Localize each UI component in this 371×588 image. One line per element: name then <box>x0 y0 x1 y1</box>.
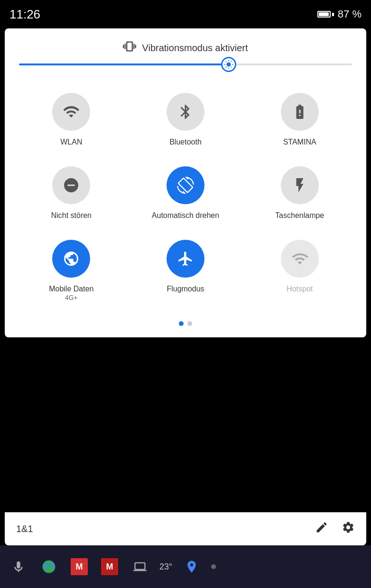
auto-drehen-label: Automatisch drehen <box>152 211 219 221</box>
maps-icon[interactable] <box>181 556 203 578</box>
battery-percentage: 87 % <box>338 8 362 20</box>
gmail-icon-2[interactable]: M <box>99 556 121 578</box>
tile-taschenlampe[interactable]: Taschenlampe <box>242 155 357 228</box>
nicht-stoeren-label: Nicht stören <box>51 211 92 221</box>
stamina-circle <box>281 93 319 131</box>
quick-settings-panel: Vibrationsmodus aktiviert WLAN <box>5 28 366 337</box>
hotspot-label: Hotspot <box>287 284 313 294</box>
status-right: 87 % <box>317 8 362 20</box>
page-dot-2[interactable] <box>187 321 192 326</box>
vibration-label: Vibrationsmodus aktiviert <box>142 43 248 54</box>
tile-wlan[interactable]: WLAN <box>14 81 129 155</box>
vibration-icon <box>123 40 136 56</box>
status-bar: 11:26 87 % <box>0 0 371 28</box>
assistant-icon[interactable] <box>8 556 29 578</box>
taschenlampe-circle <box>281 166 319 204</box>
wlan-circle <box>52 93 90 131</box>
stamina-label: STAMINA <box>283 137 316 147</box>
tile-bluetooth[interactable]: Bluetooth <box>129 81 243 155</box>
tile-flugmodus[interactable]: Flugmodus <box>129 228 243 309</box>
flugmodus-label: Flugmodus <box>167 284 204 294</box>
wlan-label: WLAN <box>60 137 82 147</box>
hotspot-circle <box>281 240 319 278</box>
tile-auto-drehen[interactable]: Automatisch drehen <box>129 155 243 228</box>
mobile-daten-circle <box>52 240 90 278</box>
tile-nicht-stoeren[interactable]: Nicht stören <box>14 155 129 228</box>
bluetooth-circle <box>167 93 204 131</box>
taskbar-dot <box>211 564 216 569</box>
bottom-icons <box>315 521 355 537</box>
photos-icon[interactable] <box>38 556 60 578</box>
auto-drehen-circle <box>167 166 204 204</box>
laptop-icon[interactable] <box>129 556 151 578</box>
status-time: 11:26 <box>9 7 40 22</box>
tile-mobile-daten[interactable]: Mobile Daten 4G+ <box>14 228 129 309</box>
mobile-daten-label: Mobile Daten <box>49 284 93 294</box>
tile-stamina[interactable]: STAMINA <box>242 81 357 155</box>
page-dot-1[interactable] <box>179 321 184 326</box>
bluetooth-label: Bluetooth <box>169 137 202 147</box>
gmail-icon-1[interactable]: M <box>68 556 90 578</box>
carrier-label: 1&1 <box>16 524 33 534</box>
bottom-bar: 1&1 <box>5 512 366 545</box>
page-dots <box>5 314 366 330</box>
nicht-stoeren-circle <box>52 166 90 204</box>
mobile-daten-sublabel: 4G+ <box>65 294 78 301</box>
settings-icon[interactable] <box>342 521 355 537</box>
flugmodus-circle <box>167 240 204 278</box>
tile-hotspot[interactable]: Hotspot <box>242 228 357 309</box>
brightness-slider[interactable] <box>5 63 366 77</box>
taskbar: M M 23° <box>0 545 371 588</box>
vibration-row: Vibrationsmodus aktiviert <box>5 28 366 63</box>
battery-icon <box>317 11 334 18</box>
tile-grid: WLAN Bluetooth STAMINA <box>5 77 366 314</box>
edit-icon[interactable] <box>315 521 328 537</box>
taschenlampe-label: Taschenlampe <box>275 211 324 221</box>
temperature-label: 23° <box>159 562 172 572</box>
